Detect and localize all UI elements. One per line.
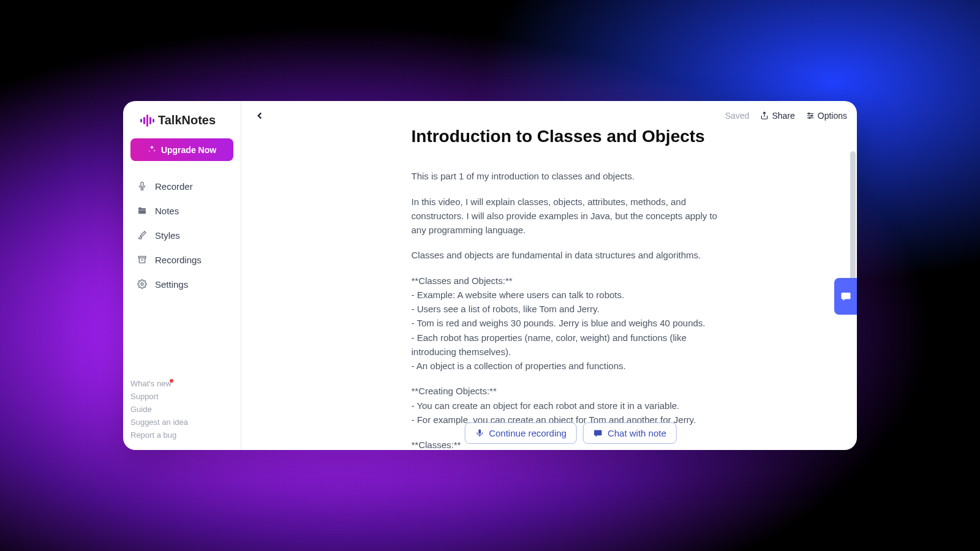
share-label: Share <box>772 111 794 121</box>
chat-with-note-button[interactable]: Chat with note <box>583 422 677 444</box>
note-paragraph: In this video, I will explain classes, o… <box>412 195 730 238</box>
sidebar-footer: What's new Support Guide Suggest an idea… <box>123 378 241 443</box>
share-button[interactable]: Share <box>760 111 794 121</box>
nav-label: Styles <box>155 230 180 241</box>
nav-label: Notes <box>155 206 179 216</box>
notification-dot-icon <box>170 379 173 383</box>
nav-notes[interactable]: Notes <box>129 199 235 222</box>
sidebar: TalkNotes Upgrade Now Recorder Notes <box>123 101 241 450</box>
topbar: Saved Share Options <box>241 101 857 127</box>
options-button[interactable]: Options <box>806 111 847 121</box>
nav-settings[interactable]: Settings <box>129 272 235 296</box>
note-body: Introduction to Classes and Objects This… <box>412 127 730 450</box>
guide-link[interactable]: Guide <box>130 404 233 414</box>
note-content: Introduction to Classes and Objects This… <box>241 127 857 450</box>
microphone-icon <box>475 429 484 438</box>
sparkle-icon <box>148 144 156 155</box>
nav-label: Recorder <box>155 181 193 192</box>
scrollbar[interactable] <box>850 151 856 292</box>
nav-label: Settings <box>155 279 188 290</box>
button-label: Chat with note <box>608 428 666 438</box>
svg-point-4 <box>141 283 143 285</box>
bottom-actions: Continue recording Chat with note <box>464 422 677 444</box>
saved-status: Saved <box>725 111 750 121</box>
brand-name: TalkNotes <box>158 113 216 127</box>
nav-styles[interactable]: Styles <box>129 223 235 247</box>
nav-label: Recordings <box>155 255 202 265</box>
note-paragraph: **Creating Objects:** - You can create a… <box>412 384 730 427</box>
nav-list: Recorder Notes Styles Recordings <box>123 174 241 296</box>
upgrade-button[interactable]: Upgrade Now <box>130 138 233 161</box>
nav-recorder[interactable]: Recorder <box>129 174 235 198</box>
upgrade-label: Upgrade Now <box>161 145 216 155</box>
svg-rect-0 <box>141 182 143 187</box>
note-paragraph: **Classes and Objects:** - Example: A we… <box>412 274 730 373</box>
chevron-left-icon <box>254 110 265 121</box>
note-paragraph: This is part 1 of my introduction to cla… <box>412 169 730 183</box>
nav-recordings[interactable]: Recordings <box>129 248 235 271</box>
svg-point-8 <box>808 113 809 114</box>
waveform-icon <box>140 114 154 127</box>
note-title: Introduction to Classes and Objects <box>412 127 730 149</box>
svg-point-9 <box>811 115 812 116</box>
share-icon <box>760 111 769 120</box>
main-panel: Saved Share Options Introduction to Clas… <box>241 101 857 450</box>
report-bug-link[interactable]: Report a bug <box>130 430 233 440</box>
gear-icon <box>137 279 148 290</box>
floating-chat-button[interactable] <box>834 278 857 315</box>
svg-rect-11 <box>478 429 481 434</box>
suggest-idea-link[interactable]: Suggest an idea <box>130 417 233 427</box>
brand-logo: TalkNotes <box>123 108 241 138</box>
whats-new-link[interactable]: What's new <box>130 378 233 389</box>
folder-icon <box>137 205 148 216</box>
back-button[interactable] <box>251 107 268 124</box>
brush-icon <box>137 230 148 241</box>
options-label: Options <box>818 111 847 121</box>
app-window: TalkNotes Upgrade Now Recorder Notes <box>123 101 857 450</box>
sliders-icon <box>806 111 815 120</box>
note-paragraph: Classes and objects are fundamental in d… <box>412 248 730 262</box>
chat-bubble-icon <box>840 291 851 302</box>
svg-point-10 <box>809 117 810 118</box>
footer-link-label: What's new <box>130 379 172 388</box>
microphone-icon <box>137 181 148 192</box>
chat-icon <box>594 429 603 438</box>
archive-icon <box>137 254 148 265</box>
button-label: Continue recording <box>489 428 567 438</box>
continue-recording-button[interactable]: Continue recording <box>464 422 577 444</box>
support-link[interactable]: Support <box>130 391 233 402</box>
topbar-actions: Saved Share Options <box>725 111 847 121</box>
svg-rect-2 <box>139 258 145 263</box>
